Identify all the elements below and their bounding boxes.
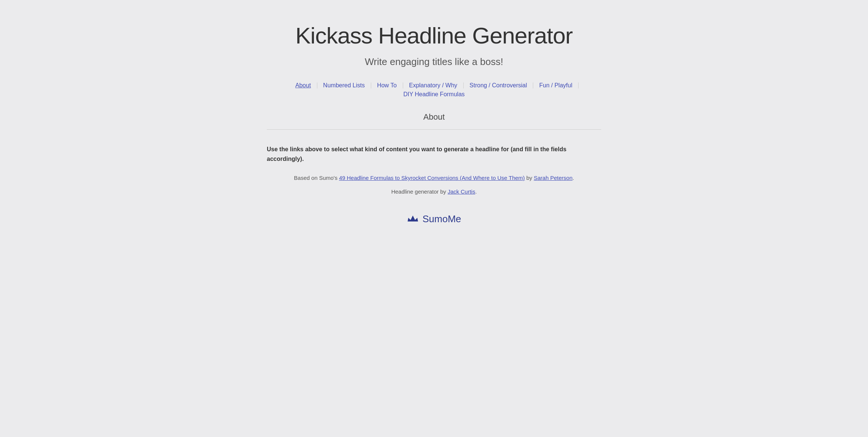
nav-link-how-to[interactable]: How To bbox=[371, 82, 403, 88]
based-on-prefix: Based on Sumo's bbox=[294, 175, 339, 181]
sumome-logo: SumoMe bbox=[267, 213, 601, 225]
crown-icon bbox=[407, 214, 419, 224]
section-title: About bbox=[267, 112, 601, 122]
page-title: Kickass Headline Generator bbox=[295, 22, 573, 49]
page-subtitle: Write engaging titles like a boss! bbox=[365, 56, 503, 68]
author-link[interactable]: Sarah Peterson bbox=[534, 175, 573, 181]
content-area: About Use the links above to select what… bbox=[267, 112, 601, 225]
nav-link-diy-formulas[interactable]: DIY Headline Formulas bbox=[397, 91, 470, 97]
section-divider bbox=[267, 129, 601, 130]
sumome-text: SumoMe bbox=[422, 213, 461, 225]
description-text: Use the links above to select what kind … bbox=[267, 145, 601, 164]
main-nav: About Numbered Lists How To Explanatory … bbox=[267, 82, 601, 97]
nav-link-strong-controversial[interactable]: Strong / Controversial bbox=[464, 82, 534, 88]
based-on-suffix: by bbox=[525, 175, 534, 181]
nav-link-fun-playful[interactable]: Fun / Playful bbox=[533, 82, 579, 88]
generator-by-text: Headline generator by Jack Curtis. bbox=[267, 188, 601, 195]
based-on-text: Based on Sumo's 49 Headline Formulas to … bbox=[267, 175, 601, 181]
generator-suffix: . bbox=[475, 188, 477, 195]
generator-by-prefix: Headline generator by bbox=[391, 188, 448, 195]
nav-link-about[interactable]: About bbox=[289, 82, 317, 88]
jack-curtis-link[interactable]: Jack Curtis bbox=[448, 188, 475, 195]
author-suffix: . bbox=[573, 175, 574, 181]
nav-link-numbered-lists[interactable]: Numbered Lists bbox=[317, 82, 371, 88]
page-wrapper: Kickass Headline Generator Write engagin… bbox=[267, 22, 601, 225]
headline-formulas-link[interactable]: 49 Headline Formulas to Skyrocket Conver… bbox=[339, 175, 525, 181]
nav-link-explanatory-why[interactable]: Explanatory / Why bbox=[403, 82, 464, 88]
